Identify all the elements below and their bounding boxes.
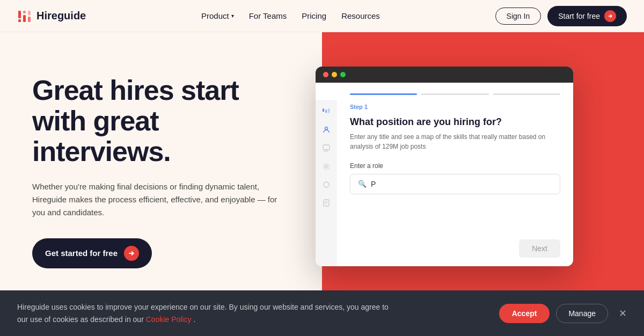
window-sidebar bbox=[316, 100, 337, 266]
window-close-dot bbox=[323, 72, 328, 77]
svg-rect-3 bbox=[23, 15, 26, 22]
chevron-down-icon: ▾ bbox=[231, 13, 234, 19]
svg-rect-10 bbox=[323, 145, 330, 150]
search-icon: 🔍 bbox=[358, 180, 367, 188]
logo-text: Hireguide bbox=[36, 10, 86, 22]
sidebar-chat-icon bbox=[321, 143, 332, 154]
step-bar-3 bbox=[493, 93, 560, 95]
nav-for-teams[interactable]: For Teams bbox=[249, 11, 287, 20]
step-bar-2 bbox=[421, 93, 488, 95]
svg-rect-13 bbox=[324, 200, 329, 206]
hero-section: Great hires start with great interviews.… bbox=[0, 0, 644, 301]
sidebar-user-icon bbox=[321, 125, 332, 135]
hero-right: Step 1 What position are you hiring for?… bbox=[322, 32, 644, 301]
svg-rect-6 bbox=[323, 108, 324, 112]
window-question: What position are you hiring for? bbox=[350, 116, 560, 128]
svg-rect-2 bbox=[23, 11, 26, 13]
nav-pricing[interactable]: Pricing bbox=[302, 11, 326, 20]
sidebar-circle-icon bbox=[321, 179, 332, 190]
sidebar-doc-icon bbox=[321, 198, 332, 208]
step-label: Step 1 bbox=[350, 104, 560, 110]
step-bar-1 bbox=[350, 93, 417, 95]
arrow-circle-icon bbox=[604, 10, 616, 22]
nav-links: Product ▾ For Teams Pricing Resources bbox=[201, 11, 380, 20]
signin-button[interactable]: Sign In bbox=[495, 8, 541, 25]
window-minimize-dot bbox=[332, 72, 337, 77]
navbar: Hireguide Product ▾ For Teams Pricing Re… bbox=[0, 0, 644, 32]
sidebar-gear-icon bbox=[321, 161, 332, 172]
nav-resources[interactable]: Resources bbox=[341, 11, 380, 20]
get-started-button[interactable]: Get started for free bbox=[32, 238, 152, 268]
svg-point-11 bbox=[325, 165, 327, 167]
input-label: Enter a role bbox=[350, 162, 560, 170]
hero-subtitle: Whether you're making final decisions or… bbox=[32, 180, 290, 219]
step-indicators bbox=[350, 93, 560, 95]
cookie-banner: Hireguide uses cookies to improve your e… bbox=[0, 290, 644, 300]
start-free-button[interactable]: Start for free bbox=[547, 6, 627, 26]
window-titlebar bbox=[316, 67, 573, 83]
window-description: Enter any title and see a map of the ski… bbox=[350, 132, 560, 151]
next-button[interactable]: Next bbox=[519, 239, 560, 258]
svg-rect-7 bbox=[325, 109, 327, 113]
app-window: Step 1 What position are you hiring for?… bbox=[316, 67, 573, 266]
svg-rect-8 bbox=[328, 108, 330, 113]
logo[interactable]: Hireguide bbox=[17, 9, 86, 24]
svg-point-9 bbox=[325, 127, 328, 129]
svg-point-12 bbox=[324, 182, 329, 187]
role-input[interactable] bbox=[371, 180, 552, 188]
window-footer: Next bbox=[316, 233, 573, 266]
arrow-circle-icon bbox=[124, 246, 139, 261]
nav-product[interactable]: Product ▾ bbox=[201, 11, 234, 20]
window-maximize-dot bbox=[340, 72, 346, 77]
nav-actions: Sign In Start for free bbox=[495, 6, 627, 26]
hero-left: Great hires start with great interviews.… bbox=[0, 32, 322, 301]
window-content: Step 1 What position are you hiring for?… bbox=[337, 83, 573, 233]
svg-rect-0 bbox=[18, 11, 21, 18]
svg-rect-5 bbox=[28, 17, 31, 22]
role-input-wrap[interactable]: 🔍 bbox=[350, 174, 560, 194]
hero-title: Great hires start with great interviews. bbox=[32, 75, 296, 167]
sidebar-logo-icon bbox=[321, 106, 332, 117]
svg-rect-4 bbox=[28, 11, 31, 15]
logo-icon bbox=[17, 9, 32, 24]
svg-rect-1 bbox=[18, 19, 21, 22]
